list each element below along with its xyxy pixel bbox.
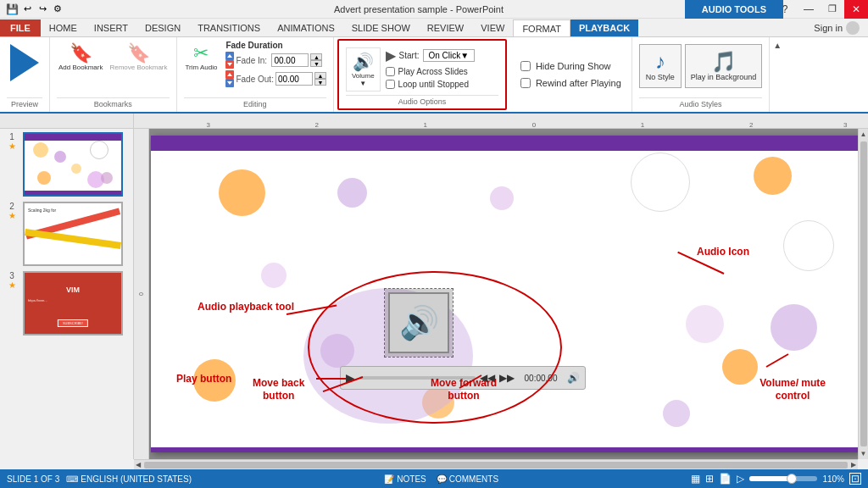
audio-styles-label: Audio Styles	[639, 97, 763, 108]
slide-2-star: ★	[8, 211, 16, 220]
fit-slide-button[interactable]: ⊡	[849, 473, 861, 485]
slide-1-number: 1	[9, 132, 14, 141]
remove-bookmark-button[interactable]: 🔖 Remove Bookmark	[108, 41, 169, 74]
window-title: Advert presentation sample - PowerPoint	[64, 4, 773, 14]
audio-time: 00:00.00	[519, 374, 563, 383]
comments-button[interactable]: 💬 COMMENTS	[437, 474, 498, 484]
fade-out-input[interactable]	[275, 72, 313, 86]
rewind-after-playing-checkbox[interactable]	[520, 78, 531, 88]
tab-animations[interactable]: ANIMATIONS	[269, 19, 343, 36]
h-scroll-thumb[interactable]	[144, 462, 848, 469]
fade-duration-label: Fade Duration	[225, 41, 326, 50]
tab-view[interactable]: VIEW	[472, 19, 513, 36]
start-icon: ▶	[386, 47, 396, 64]
fade-in-input[interactable]	[271, 53, 309, 67]
close-button[interactable]: ✕	[844, 0, 868, 19]
tab-design[interactable]: DESIGN	[136, 19, 189, 36]
slide-1-star: ★	[8, 141, 16, 151]
tab-transitions[interactable]: TRANSITIONS	[189, 19, 269, 36]
scroll-right-button[interactable]: ▶	[849, 461, 858, 469]
hide-during-show-label: Hide During Show	[536, 61, 611, 71]
tab-slideshow[interactable]: SLIDE SHOW	[343, 19, 419, 36]
annotation-move-back: Move backbutton	[253, 377, 304, 402]
audio-play-button[interactable]: ▶	[346, 371, 355, 385]
rewind-after-playing-label: Rewind after Playing	[536, 78, 621, 88]
user-avatar	[846, 21, 860, 35]
loop-until-stopped-checkbox[interactable]	[386, 80, 395, 89]
annotation-play-button: Play button	[176, 373, 231, 385]
slide-display: 🔊 ▶ ◀◀ ▶▶ 00:00.00 🔊 Audio Icon	[151, 136, 860, 452]
sign-in-link[interactable]: Sign in	[805, 19, 868, 36]
scroll-left-button[interactable]: ◀	[134, 461, 142, 469]
slide-1[interactable]: 1 ★	[3, 132, 130, 197]
start-dropdown[interactable]: On Click ▼	[423, 49, 476, 62]
more-icon[interactable]: ⚙	[51, 3, 64, 16]
audio-tools-label: AUDIO TOOLS	[685, 0, 783, 19]
tab-insert[interactable]: INSERT	[86, 19, 136, 36]
tab-home[interactable]: HOME	[41, 19, 86, 36]
scroll-down-button[interactable]: ▼	[859, 448, 868, 459]
undo-icon[interactable]: ↩	[20, 3, 34, 16]
trim-audio-button[interactable]: ✂ Trim Audio	[184, 41, 220, 74]
play-background-button[interactable]: 🎵 Play in Background	[685, 44, 763, 88]
tab-review[interactable]: REVIEW	[419, 19, 472, 36]
collapse-ribbon-button[interactable]: ▲	[770, 37, 785, 112]
minimize-button[interactable]: —	[797, 0, 821, 19]
volume-button[interactable]: 🔊 Volume ▼	[346, 47, 381, 92]
start-label: Start:	[399, 51, 420, 60]
v-scrollbar[interactable]: ▲ ▼	[858, 129, 868, 459]
slide-2-number: 2	[9, 202, 14, 211]
annotation-audio-playback: Audio playback tool	[198, 301, 294, 313]
annotation-audio-icon: Audio Icon	[697, 246, 749, 258]
notes-button[interactable]: 📝 NOTES	[384, 474, 426, 484]
slide-2[interactable]: 2 ★ Scaling 2kg for	[3, 202, 130, 266]
annotation-move-forward: Move forwardbutton	[431, 377, 497, 402]
save-icon[interactable]: 💾	[5, 3, 19, 16]
fade-out-label: Fade Out:	[236, 75, 273, 84]
audio-options-label: Audio Options	[346, 95, 498, 106]
editing-label: Editing	[184, 97, 326, 108]
preview-label: Preview	[7, 97, 42, 108]
slides-panel: 1 ★	[0, 129, 134, 459]
audio-forward-button[interactable]: ▶▶	[499, 372, 515, 384]
tab-format[interactable]: FORMAT	[513, 19, 570, 36]
scroll-up-button[interactable]: ▲	[859, 129, 868, 140]
fade-in-up[interactable]: ▲	[310, 53, 322, 60]
restore-button[interactable]: ❐	[821, 0, 844, 19]
slide-info: SLIDE 1 OF 3	[7, 474, 59, 484]
audio-icon[interactable]: 🔊	[388, 292, 449, 353]
play-across-slides-label: Play Across Slides	[398, 67, 468, 76]
slide-3-number: 3	[9, 271, 14, 280]
redo-icon[interactable]: ↪	[36, 3, 49, 16]
view-reading-button[interactable]: 📄	[719, 473, 732, 485]
scroll-thumb[interactable]	[860, 141, 867, 446]
status-bar: SLIDE 1 OF 3 ⌨ ENGLISH (UNITED STATES) 📝…	[0, 469, 868, 488]
presentation-canvas: 0	[134, 129, 868, 459]
fade-out-down[interactable]: ▼	[314, 79, 326, 86]
loop-until-stopped-label: Loop until Stopped	[398, 80, 469, 89]
view-slide-sorter-button[interactable]: ⊞	[705, 473, 714, 485]
no-style-button[interactable]: ♪ No Style	[639, 44, 682, 88]
fade-in-down[interactable]: ▼	[310, 60, 322, 67]
view-normal-button[interactable]: ▦	[691, 473, 700, 485]
tab-file[interactable]: FILE	[0, 19, 41, 36]
audio-volume-button[interactable]: 🔊	[567, 372, 580, 384]
play-across-slides-checkbox[interactable]	[386, 67, 395, 76]
language-info: ⌨ ENGLISH (UNITED STATES)	[66, 474, 192, 484]
tab-playback[interactable]: PLAYBACK	[570, 19, 638, 36]
hide-during-show-checkbox[interactable]	[520, 61, 531, 71]
slide-3-star: ★	[8, 280, 16, 290]
annotation-volume-control: Volume/ mutecontrol	[760, 377, 826, 402]
add-bookmark-button[interactable]: 🔖 Add Bookmark	[57, 41, 104, 74]
slide-3[interactable]: 3 ★ VIM https://vvm... SUBSCRIBE!	[3, 271, 130, 336]
bookmarks-label: Bookmarks	[57, 97, 170, 108]
zoom-level: 110%	[822, 474, 844, 484]
fade-out-up[interactable]: ▲	[314, 72, 326, 79]
play-button[interactable]	[7, 41, 42, 85]
fade-in-label: Fade In:	[236, 56, 270, 65]
view-slideshow-button[interactable]: ▷	[737, 473, 744, 485]
